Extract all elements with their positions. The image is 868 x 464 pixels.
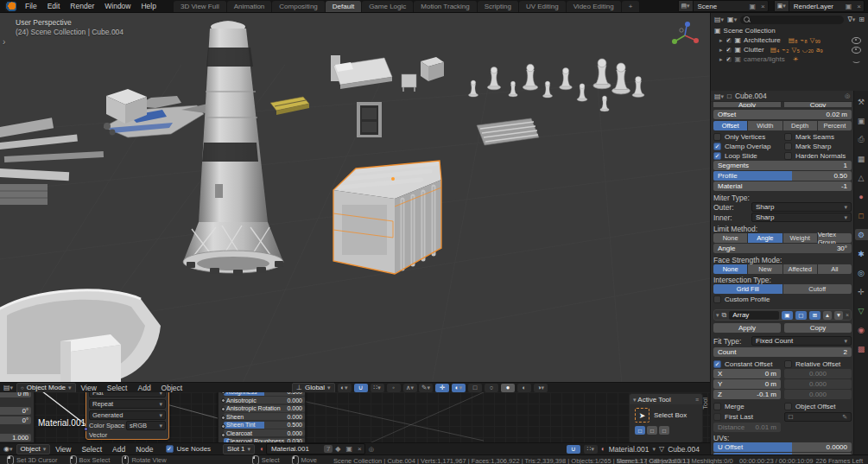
expand-icon[interactable]: ▸ xyxy=(719,56,723,63)
intersection-grid-fill[interactable]: Grid Fill xyxy=(713,284,782,294)
filter-icon[interactable]: ∇▾ xyxy=(847,16,855,23)
tab-object[interactable]: □ xyxy=(855,210,868,221)
eyedropper-icon[interactable]: ✎ xyxy=(842,414,847,421)
bevel-copy-button[interactable]: Copy xyxy=(784,102,852,107)
shader-menu-view[interactable]: View xyxy=(50,445,76,454)
outliner-row-architecture[interactable]: ▸ ✓ ▣ Architecture ▤8 ⌁8 ▽99 xyxy=(711,35,868,45)
tab-particles[interactable]: ✱ xyxy=(855,248,868,259)
select-box-tool-icon[interactable]: ➤ xyxy=(635,408,649,423)
orientation-selector[interactable]: ⊥Global▾ xyxy=(292,383,335,393)
tab-view-layer[interactable]: ▦ xyxy=(855,153,868,164)
editor-type-icon[interactable]: ◉▾ xyxy=(3,445,13,453)
image-interpolation-dropdown[interactable]: Flat▾ xyxy=(89,392,166,397)
shader-menu-node[interactable]: Node xyxy=(130,445,158,454)
expand-icon[interactable]: ▾ xyxy=(716,312,719,319)
shader-menu-add[interactable]: Add xyxy=(107,445,130,454)
select-mode-new-icon[interactable]: □ xyxy=(635,426,645,435)
workspace-tab-video-editing[interactable]: Video Editing xyxy=(567,1,622,12)
limit-angle[interactable]: Angle xyxy=(748,233,782,243)
intersection-cutoff[interactable]: Cutoff xyxy=(783,284,852,294)
3d-viewport[interactable]: User Perspective (24) Scene Collection |… xyxy=(0,13,710,382)
exclude-checkbox[interactable]: ✓ xyxy=(725,47,732,54)
bsdf-anisotropic-rotation[interactable]: Anisotropic Rotation0.000 xyxy=(224,405,305,412)
menu-file[interactable]: File xyxy=(20,2,42,10)
bsdf-sheen[interactable]: Sheen0.000 xyxy=(224,413,305,420)
miter-outer-dropdown[interactable]: Sharp▾ xyxy=(751,202,852,212)
snap-toggle-icon[interactable]: ∪ xyxy=(354,384,368,392)
mapping-rotation-y[interactable]: 0° xyxy=(0,416,31,424)
constant-offset-z[interactable]: Z-0.1 m xyxy=(713,390,781,399)
select-visibility-icon[interactable]: ✎▾ xyxy=(419,384,433,392)
constant-offset-y[interactable]: Y0 m xyxy=(713,379,781,389)
tab-tool[interactable]: ⚒ xyxy=(855,96,868,107)
pivot-point-selector[interactable]: ◐▾ xyxy=(338,384,352,392)
miter-inner-dropdown[interactable]: Sharp▾ xyxy=(751,213,852,222)
editmode-visibility-toggle[interactable]: ⊞ xyxy=(809,311,820,320)
width-type-depth[interactable]: Depth xyxy=(783,121,817,130)
outliner-row-scene-collection[interactable]: ▣ Scene Collection xyxy=(711,26,868,35)
bevel-segments-field[interactable]: Segments1 xyxy=(713,161,852,170)
tab-output[interactable]: ⎙ xyxy=(855,134,868,145)
shading-rendered-icon[interactable]: ◑▾ xyxy=(534,384,548,392)
shader-menu-select[interactable]: Select xyxy=(76,445,107,454)
tab-scene[interactable]: △ xyxy=(855,172,868,183)
workspace-tab-animation[interactable]: Animation xyxy=(227,1,273,12)
object-grate[interactable] xyxy=(477,118,539,145)
object-yellow-crate[interactable] xyxy=(270,97,309,115)
shading-solid-icon[interactable]: ● xyxy=(501,384,515,392)
object-tower[interactable] xyxy=(183,21,283,276)
shader-type-selector[interactable]: Object▾ xyxy=(16,444,51,454)
copy-material-icon[interactable]: ▣ xyxy=(344,445,356,453)
unlink-scene-icon[interactable]: × xyxy=(758,3,768,10)
fake-user-icon[interactable]: ◆ xyxy=(333,445,343,453)
node-principled-bsdf[interactable]: Roughness0.500 Anisotropic0.000 Anisotro… xyxy=(218,392,306,442)
material-selector-right[interactable]: Material.001 xyxy=(609,445,649,454)
tab-texture[interactable]: ▩ xyxy=(855,343,868,354)
shading-wireframe-icon[interactable]: ○ xyxy=(485,384,498,392)
render-visibility-toggle[interactable]: ▣ xyxy=(782,311,793,320)
image-color-space-row[interactable]: Color Space sRGB▾ xyxy=(89,422,166,429)
mark-seams-checkbox[interactable]: Mark Seams xyxy=(784,133,834,141)
unlink-material-icon[interactable]: × xyxy=(355,445,364,453)
harden-normals-checkbox[interactable]: Harden Normals xyxy=(784,152,846,160)
viewport-menu-object[interactable]: Object xyxy=(156,384,188,392)
outliner-display-mode-icon[interactable]: ▤▾ xyxy=(714,16,724,23)
pin-icon[interactable]: ◎ xyxy=(369,446,374,453)
outliner-search-input[interactable] xyxy=(740,16,844,24)
viewport-menu-add[interactable]: Add xyxy=(132,384,155,392)
snap-toggle-icon[interactable]: ∪ xyxy=(567,445,580,454)
overlays-toggle-icon[interactable]: ◐▾ xyxy=(452,384,466,392)
bsdf-anisotropic[interactable]: Anisotropic0.000 xyxy=(224,397,305,404)
workspace-tab-game-logic[interactable]: Game Logic xyxy=(362,1,414,12)
menu-help[interactable]: Help xyxy=(136,2,161,10)
render-layer-selector[interactable]: ▣▾ RenderLayer ▣ × xyxy=(774,0,865,12)
offset-object-picker[interactable]: □ ✎ xyxy=(784,412,852,422)
mode-selector[interactable]: ○ Object Mode▾ xyxy=(16,383,76,393)
fsm-none[interactable]: None xyxy=(713,264,747,274)
proportional-falloff[interactable]: ∧▾ xyxy=(403,384,417,392)
width-type-offset[interactable]: Offset xyxy=(713,121,747,130)
exclude-checkbox[interactable]: ✓ xyxy=(725,37,732,44)
width-type-width[interactable]: Width xyxy=(748,121,782,130)
hide-eye-icon[interactable] xyxy=(852,37,861,44)
mapping-scale-x[interactable]: 1.000 xyxy=(0,434,31,442)
limit-vertex-group[interactable]: Vertex Group xyxy=(818,233,852,243)
tab-object-data[interactable]: ▽ xyxy=(855,305,868,316)
new-scene-icon[interactable]: ▣ xyxy=(747,3,759,10)
blender-logo-icon[interactable] xyxy=(5,2,16,11)
array-count-field[interactable]: Count2 xyxy=(713,347,852,357)
fsm-affected[interactable]: Affected xyxy=(783,264,817,274)
editor-type-icon[interactable]: ▤▾ xyxy=(3,384,13,391)
properties-editor-icon[interactable]: ▤▾ xyxy=(714,92,724,100)
limit-none[interactable]: None xyxy=(713,233,747,243)
use-nodes-checkbox[interactable]: ✓ Use Nodes xyxy=(166,445,212,453)
fsm-all[interactable]: All xyxy=(818,264,852,274)
new-collection-icon[interactable]: ⊞ xyxy=(858,16,865,23)
clamp-overlap-checkbox[interactable]: ✓Clamp Overlap xyxy=(713,143,784,150)
move-down-icon[interactable]: ▼ xyxy=(834,311,843,320)
object-door[interactable] xyxy=(357,102,382,137)
tab-render[interactable]: ▣ xyxy=(855,115,868,126)
bevel-material-field[interactable]: Material-1 xyxy=(713,181,852,191)
hide-eye-icon[interactable] xyxy=(852,47,861,54)
mapping-location-z[interactable]: 0 m xyxy=(0,392,31,397)
